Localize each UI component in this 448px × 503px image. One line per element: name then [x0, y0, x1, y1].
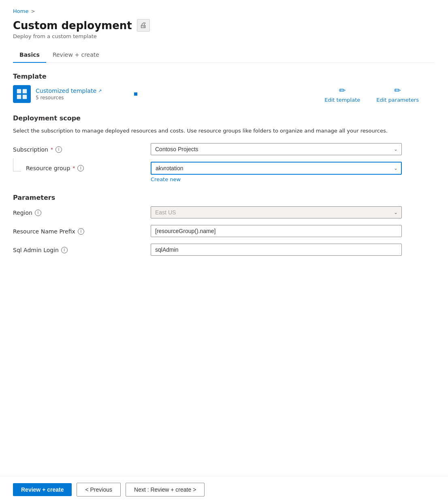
tab-basics[interactable]: Basics: [13, 47, 46, 63]
breadcrumb: Home >: [13, 8, 435, 14]
parameters-section: Parameters Region i East US ⌄ Resource N…: [13, 194, 435, 256]
subscription-required-star: *: [51, 147, 53, 152]
subscription-row: Subscription * i Contoso Projects ⌄: [13, 143, 435, 155]
tab-review-create[interactable]: Review + create: [46, 47, 106, 63]
resource-name-prefix-info-icon[interactable]: i: [78, 228, 84, 235]
template-actions: ✏ Edit template ✏ Edit parameters: [324, 86, 419, 103]
rg-control: akvrotation ⌄ Create new: [151, 162, 402, 182]
resource-group-select[interactable]: akvrotation: [151, 162, 402, 175]
sql-admin-info-icon[interactable]: i: [61, 247, 68, 253]
breadcrumb-separator: >: [31, 9, 35, 14]
sql-admin-login-label: Sql Admin Login i: [13, 244, 151, 253]
rg-required-star: *: [73, 165, 75, 171]
resource-group-label-wrap: Resource group * i: [13, 162, 151, 171]
rg-select-wrapper: akvrotation ⌄: [151, 162, 402, 175]
template-section-title: Template: [13, 73, 435, 80]
previous-button[interactable]: < Previous: [77, 483, 121, 497]
sql-admin-login-control: [151, 244, 402, 256]
resource-group-row: Resource group * i akvrotation ⌄ Create …: [13, 162, 435, 182]
template-link[interactable]: Customized template ↗: [36, 88, 102, 94]
svg-rect-0: [17, 89, 21, 94]
region-chevron-icon: ⌄: [394, 210, 398, 215]
edit-template-button[interactable]: ✏ Edit template: [324, 86, 360, 103]
rg-info-icon[interactable]: i: [77, 165, 84, 171]
progress-dot: [134, 92, 137, 96]
template-section: Template Customized template ↗: [13, 73, 435, 103]
page-title-row: Custom deployment 🖨: [13, 19, 435, 32]
footer: Review + create < Previous Next : Review…: [0, 476, 448, 503]
sql-admin-login-row: Sql Admin Login i: [13, 244, 435, 256]
tabs-container: Basics Review + create: [13, 47, 435, 63]
subscription-info-icon[interactable]: i: [55, 146, 62, 153]
tree-line: [13, 158, 21, 171]
edit-parameters-icon: ✏: [394, 86, 401, 95]
resource-name-prefix-label: Resource Name Prefix i: [13, 225, 151, 235]
svg-rect-2: [17, 95, 21, 99]
parameters-title: Parameters: [13, 194, 435, 201]
page-title: Custom deployment: [13, 19, 132, 32]
template-info: Customized template ↗ 5 resources: [36, 88, 102, 101]
subscription-select[interactable]: Contoso Projects: [151, 143, 402, 155]
print-button[interactable]: 🖨: [137, 19, 150, 32]
review-create-button[interactable]: Review + create: [13, 483, 72, 496]
region-control: East US ⌄: [151, 206, 402, 218]
template-card: Customized template ↗ 5 resources: [13, 85, 102, 103]
resource-name-prefix-row: Resource Name Prefix i: [13, 225, 435, 237]
deployment-scope-section: Deployment scope Select the subscription…: [13, 114, 435, 182]
create-new-link[interactable]: Create new: [151, 176, 402, 182]
next-button[interactable]: Next : Review + create >: [126, 483, 205, 497]
resource-name-prefix-input[interactable]: [151, 225, 402, 237]
subscription-select-wrapper: Contoso Projects ⌄: [151, 143, 402, 155]
edit-template-icon: ✏: [339, 86, 346, 95]
subscription-control: Contoso Projects ⌄: [151, 143, 402, 155]
region-row: Region i East US ⌄: [13, 206, 435, 218]
template-resources: 5 resources: [36, 95, 102, 101]
resource-name-prefix-control: [151, 225, 402, 237]
breadcrumb-home[interactable]: Home: [13, 8, 28, 14]
svg-rect-3: [23, 95, 27, 99]
region-label: Region i: [13, 206, 151, 216]
scope-description: Select the subscription to manage deploy…: [13, 127, 435, 135]
sql-admin-login-input[interactable]: [151, 244, 402, 256]
template-icon: [13, 85, 31, 103]
subscription-label: Subscription * i: [13, 143, 151, 153]
svg-rect-1: [23, 89, 27, 94]
edit-parameters-button[interactable]: ✏ Edit parameters: [376, 86, 419, 103]
region-select: East US: [151, 206, 402, 218]
region-info-icon[interactable]: i: [35, 210, 41, 216]
external-link-icon: ↗: [98, 88, 102, 94]
deployment-scope-title: Deployment scope: [13, 114, 435, 122]
page-subtitle: Deploy from a custom template: [13, 33, 435, 39]
region-select-wrapper: East US ⌄: [151, 206, 402, 218]
